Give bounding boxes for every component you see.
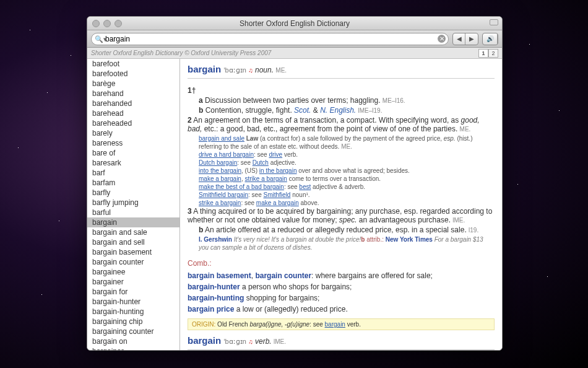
sense-1-num: 1†: [188, 86, 196, 95]
date-verb: lME.: [274, 338, 286, 345]
headword: bargain: [188, 64, 221, 74]
separator: [188, 78, 495, 79]
forward-button[interactable]: ▶: [465, 33, 478, 45]
list-item[interactable]: barely: [87, 128, 179, 138]
word-list[interactable]: barefootbarefootedbarègebarehandbarehand…: [87, 59, 180, 350]
list-item[interactable]: bargainor: [87, 346, 179, 350]
tab-page-1[interactable]: 1: [478, 49, 488, 58]
separator: [188, 349, 495, 350]
list-item[interactable]: bargaining counter: [87, 326, 179, 336]
comb-basement: bargain basement, bargain counter: where…: [188, 271, 495, 280]
window-title: Shorter Oxford English Dictionary: [87, 19, 502, 28]
list-item[interactable]: barehanded: [87, 99, 179, 108]
entry-verb: bargain ˈbɑːɡɪn ♫ verb. lME. 1 verb intr…: [188, 335, 495, 350]
list-item[interactable]: barf: [87, 168, 179, 178]
date: ME.: [275, 67, 287, 74]
sense-1b-label: b: [199, 106, 203, 115]
sense-2-num: 2: [188, 116, 192, 125]
list-item[interactable]: barfam: [87, 178, 179, 188]
sense-2: 2 An agreement on the terms of a transac…: [188, 116, 495, 133]
page-tabs: 1 2: [478, 49, 498, 58]
part-of-speech-verb: verb.: [255, 337, 272, 346]
content-area: barefootbarefootedbarègebarehandbarehand…: [87, 59, 502, 350]
sense-3b: b An article offered at a reduced or all…: [199, 226, 495, 234]
comb-hunter: bargain-hunter a person who shops for ba…: [188, 283, 495, 291]
zoom-button[interactable]: [115, 20, 122, 27]
copyright-text: Shorter Oxford English Dictionary © Oxfo…: [91, 50, 271, 56]
search-input[interactable]: [91, 33, 449, 45]
origin-box: ORIGIN: Old French barga(i)gne, -g(u)ign…: [188, 318, 495, 330]
sub-make-best-bad-bargain: make the best of a bad bargain: see best…: [199, 183, 495, 191]
sense-1b-date: lME–l19.: [358, 107, 383, 114]
close-button[interactable]: [92, 20, 100, 27]
titlebar: Shorter Oxford English Dictionary: [87, 17, 502, 30]
search-icon: 🔍▾: [95, 35, 107, 43]
sense-1b-scot: Scot.: [294, 106, 311, 115]
pronunciation-verb: ˈbɑːɡɪn: [223, 338, 246, 345]
sub-drive-hard-bargain: drive a hard bargain: see drive verb.: [199, 151, 495, 159]
nav-buttons: ◀ ▶: [452, 33, 478, 45]
list-item[interactable]: bareheaded: [87, 118, 179, 128]
audio-icon[interactable]: ♫: [248, 67, 253, 74]
list-item[interactable]: bargainer: [87, 277, 179, 287]
list-item[interactable]: bargain for: [87, 287, 179, 297]
copyright-bar: Shorter Oxford English Dictionary © Oxfo…: [87, 48, 502, 59]
list-item[interactable]: bargainee: [87, 267, 179, 277]
sub-dutch-bargain: Dutch bargain: see Dutch adjective.: [199, 159, 495, 167]
list-item[interactable]: barefoot: [87, 59, 179, 69]
list-item[interactable]: barful: [87, 208, 179, 217]
sub-make-a-bargain: make a bargain, strike a bargain come to…: [199, 175, 495, 183]
clear-icon[interactable]: ✕: [438, 35, 446, 43]
part-of-speech: noun.: [255, 66, 274, 74]
list-item[interactable]: bare of: [87, 148, 179, 158]
list-item[interactable]: barefooted: [87, 69, 179, 79]
sense-1b-eng: N. English.: [320, 106, 356, 115]
comb-price: bargain price a low or (allegedly) reduc…: [188, 305, 495, 313]
tab-page-2[interactable]: 2: [488, 49, 498, 58]
list-item[interactable]: barège: [87, 79, 179, 89]
list-item[interactable]: baresark: [87, 158, 179, 168]
list-item[interactable]: bargain and sell: [87, 237, 179, 247]
sense-3-num: 3: [188, 207, 192, 216]
headword-verb: bargain: [188, 335, 221, 346]
comb-heading: Comb.:: [188, 259, 495, 268]
list-item[interactable]: bargain basement: [87, 247, 179, 257]
list-item[interactable]: barfly jumping: [87, 198, 179, 208]
list-item[interactable]: bargain-hunting: [87, 307, 179, 317]
quote-gershwin: I. Gershwin It's very nice! It's a barga…: [199, 235, 495, 252]
sense-1a: a Discussion between two parties over te…: [199, 96, 495, 105]
window-controls: [87, 20, 122, 27]
sense-1a-text: Discussion between two parties over term…: [205, 96, 380, 105]
list-item[interactable]: bargain on: [87, 336, 179, 346]
list-item[interactable]: bargain: [87, 217, 179, 227]
sub-bargain-and-sale: bargain and sale Law (a contract for) a …: [199, 134, 495, 151]
audio-icon[interactable]: ♫: [248, 338, 253, 345]
sense-1a-date: ME–l16.: [383, 97, 405, 104]
list-item[interactable]: bargaining chip: [87, 317, 179, 326]
list-item[interactable]: barehead: [87, 108, 179, 118]
app-window: Shorter Oxford English Dictionary 🔍▾ ✕ ◀…: [87, 16, 503, 351]
sub-smithfield-bargain: Smithfield bargain: see Smithfield noun¹…: [199, 191, 495, 199]
entry-noun: bargain ˈbɑːɡɪn ♫ noun. ME. 1† a Discuss…: [188, 64, 495, 330]
list-item[interactable]: bargain and sale: [87, 227, 179, 237]
list-item[interactable]: bargain-hunter: [87, 297, 179, 307]
sound-button[interactable]: 🔊: [482, 33, 498, 45]
sense-1b-text: Contention, struggle, fight.: [205, 106, 294, 115]
sense-3: 3 A thing acquired or to be acquired by …: [188, 207, 495, 224]
minimize-button[interactable]: [103, 20, 111, 27]
sense-1b: b Contention, struggle, fight. Scot. & N…: [199, 106, 495, 115]
list-item[interactable]: barfly: [87, 188, 179, 198]
sub-into-the-bargain: into the bargain, (US) in the bargain ov…: [199, 167, 495, 175]
toolbar-toggle-button[interactable]: [490, 19, 498, 25]
back-button[interactable]: ◀: [453, 33, 465, 45]
sense-1a-label: a: [199, 96, 203, 105]
list-item[interactable]: bargain counter: [87, 257, 179, 267]
definition-pane[interactable]: bargain ˈbɑːɡɪn ♫ noun. ME. 1† a Discuss…: [180, 59, 502, 350]
toolbar: 🔍▾ ✕ ◀ ▶ 🔊: [87, 30, 502, 48]
comb-hunting: bargain-hunting shopping for bargains;: [188, 294, 495, 302]
search-field: 🔍▾ ✕: [91, 33, 449, 45]
list-item[interactable]: barehand: [87, 89, 179, 99]
speaker-icon: 🔊: [483, 33, 498, 45]
list-item[interactable]: bareness: [87, 138, 179, 148]
pronunciation: ˈbɑːɡɪn: [223, 66, 246, 74]
